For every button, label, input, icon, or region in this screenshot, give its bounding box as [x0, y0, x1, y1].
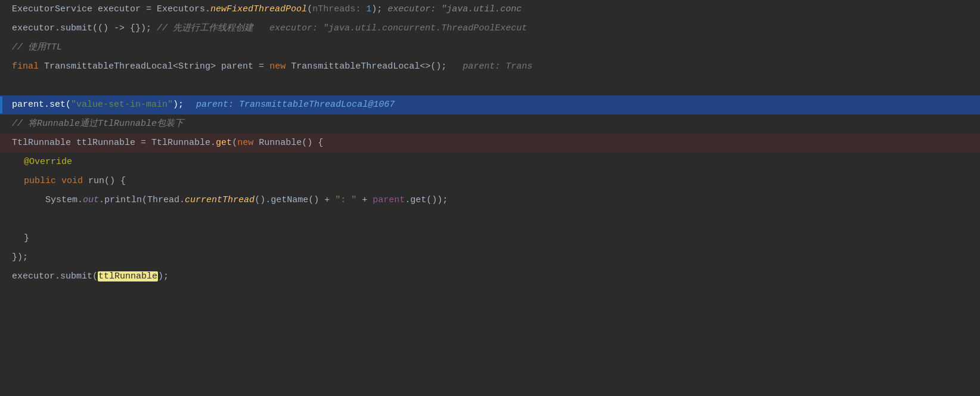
code-line-14: });: [0, 248, 980, 267]
line-content-5: [2, 78, 980, 94]
line-content-6: parent.set("value-set-in-main"); parent:…: [2, 97, 980, 113]
line-content-1: ExecutorService executor = Executors.new…: [2, 1, 980, 18]
code-line-4: final TransmittableThreadLocal<String> p…: [0, 57, 980, 76]
code-line-1: ExecutorService executor = Executors.new…: [0, 0, 980, 19]
line-content-12: [2, 211, 980, 228]
code-line-5: [0, 76, 980, 95]
code-line-2: executor.submit(() -> {}); // 先进行工作线程创建 …: [0, 19, 980, 38]
line-content-10: public void run() {: [2, 173, 980, 190]
line-content-2: executor.submit(() -> {}); // 先进行工作线程创建 …: [2, 20, 980, 37]
line-content-11: System.out.println(Thread.currentThread(…: [2, 192, 980, 209]
code-line-3: // 使用TTL: [0, 38, 980, 57]
line-content-4: final TransmittableThreadLocal<String> p…: [2, 58, 980, 75]
line-content-8: TtlRunnable ttlRunnable = TtlRunnable.ge…: [2, 135, 980, 151]
code-line-13: }: [0, 229, 980, 248]
code-line-8: TtlRunnable ttlRunnable = TtlRunnable.ge…: [0, 134, 980, 153]
line-content-13: }: [2, 230, 980, 247]
line-content-7: // 将Runnable通过TtlRunnable包装下: [2, 116, 980, 132]
code-line-7: // 将Runnable通过TtlRunnable包装下: [0, 115, 980, 134]
line-content-3: // 使用TTL: [2, 39, 980, 56]
line-content-14: });: [2, 249, 980, 266]
code-editor: ExecutorService executor = Executors.new…: [0, 0, 980, 396]
code-line-11: System.out.println(Thread.currentThread(…: [0, 191, 980, 210]
code-line-9: @Override: [0, 153, 980, 172]
code-line-6: parent.set("value-set-in-main"); parent:…: [0, 95, 980, 115]
line-content-15: executor.submit(ttlRunnable);: [2, 268, 980, 285]
code-line-12: [0, 210, 980, 229]
line-content-9: @Override: [2, 154, 980, 171]
code-line-10: public void run() {: [0, 172, 980, 191]
code-line-15: executor.submit(ttlRunnable);: [0, 267, 980, 286]
